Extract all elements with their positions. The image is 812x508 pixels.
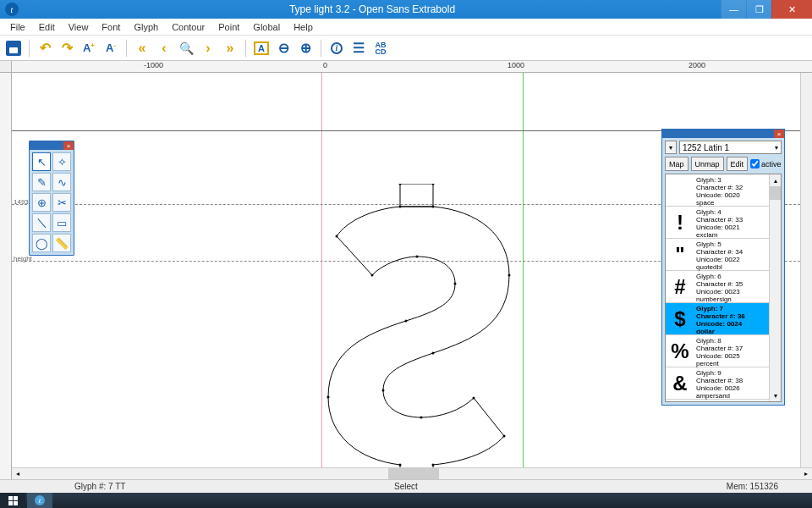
svg-point-0 — [399, 184, 402, 185]
glyph-preview: ! — [666, 207, 694, 238]
scroll-right-button[interactable]: ▸ — [800, 468, 812, 479]
glyph-list-item[interactable]: %Glyph: 8Character #: 37Unicode: 0025per… — [666, 335, 781, 367]
glyph-preview: % — [666, 335, 694, 367]
svg-rect-22 — [8, 501, 13, 505]
last-button[interactable]: » — [220, 38, 240, 58]
glyph-info: Glyph: 5Character #: 34Unicode: 0022quot… — [694, 239, 781, 270]
start-button[interactable] — [0, 493, 25, 508]
tool-node-select[interactable]: ✧ — [52, 152, 71, 171]
toolbox-close-button[interactable]: × — [63, 141, 74, 150]
canvas-h-scrollbar[interactable]: ◂ ▸ — [12, 467, 812, 479]
menu-edit[interactable]: Edit — [32, 20, 62, 34]
unmap-button[interactable]: Unmap — [691, 157, 724, 171]
redo-button[interactable]: ↷ — [57, 38, 77, 58]
font-increase-button[interactable]: A+ — [79, 38, 99, 58]
find-button[interactable]: 🔍 — [176, 38, 196, 58]
glyph-preview: # — [666, 271, 694, 302]
tool-add-point[interactable]: ⊕ — [32, 193, 51, 212]
glyph-list-item[interactable]: !Glyph: 4Character #: 33Unicode: 0021exc… — [666, 207, 781, 239]
svg-rect-21 — [14, 496, 18, 500]
tool-rectangle[interactable]: ▭ — [52, 213, 71, 232]
map-button[interactable]: Map — [665, 157, 689, 171]
menu-file[interactable]: File — [3, 20, 32, 34]
tool-pen-corner[interactable]: ✎ — [32, 173, 51, 191]
tool-line[interactable]: ＼ — [32, 213, 51, 232]
menu-view[interactable]: View — [62, 20, 96, 34]
glyph-list-item[interactable]: #Glyph: 6Character #: 35Unicode: 0023num… — [666, 271, 781, 303]
menu-glyph[interactable]: Glyph — [127, 20, 165, 34]
separator — [126, 40, 127, 57]
scroll-left-button[interactable]: ◂ — [12, 468, 24, 479]
undo-button[interactable]: ↶ — [35, 38, 55, 58]
scroll-thumb[interactable] — [388, 468, 439, 479]
glyph-panel-header[interactable]: × — [662, 130, 784, 138]
first-button[interactable]: « — [132, 38, 152, 58]
work-area: -1000 0 1000 2000 1493 height × — [0, 61, 812, 479]
ruler-tick: -1000 — [144, 61, 163, 69]
menu-contour[interactable]: Contour — [165, 20, 211, 34]
active-checkbox-input[interactable] — [750, 159, 760, 168]
next-icon: › — [206, 41, 210, 56]
scroll-track[interactable] — [24, 468, 800, 479]
edit-button[interactable]: Edit — [727, 157, 749, 171]
menu-help[interactable]: Help — [287, 20, 320, 34]
save-icon — [6, 41, 21, 56]
svg-rect-20 — [8, 496, 13, 500]
separator — [29, 40, 30, 57]
tool-ellipse[interactable]: ◯ — [32, 234, 51, 252]
menu-font[interactable]: Font — [95, 20, 127, 34]
scroll-down-button[interactable]: ▾ — [770, 389, 781, 401]
svg-point-2 — [399, 206, 402, 208]
status-glyph: Glyph #: 7 TT — [68, 482, 132, 491]
toolbox-header[interactable]: × — [30, 141, 74, 150]
next-button[interactable]: › — [198, 38, 218, 58]
encoding-prev-button[interactable]: ▾ — [665, 141, 677, 154]
ruler-tick: 0 — [323, 61, 327, 69]
glyph-list-item[interactable]: $Glyph: 7Character #: 36Unicode: 0024dol… — [666, 303, 781, 335]
svg-point-6 — [416, 256, 419, 258]
glyph-preview — [666, 174, 694, 206]
glyph-list-item[interactable]: Glyph: 3Character #: 32Unicode: 0020spac… — [666, 174, 781, 207]
tool-ruler[interactable]: 📏 — [52, 234, 71, 252]
ruler-horizontal: -1000 0 1000 2000 — [0, 61, 812, 73]
menu-point[interactable]: Point — [211, 20, 246, 34]
grid-button[interactable]: ABCD — [370, 38, 391, 58]
glyph-outline[interactable] — [321, 184, 524, 479]
scroll-up-button[interactable]: ▴ — [770, 174, 781, 186]
glyph-preview: " — [666, 239, 694, 270]
chevron-down-icon: ▾ — [775, 144, 778, 152]
tool-remove-point[interactable]: ✂ — [52, 193, 71, 212]
svg-point-7 — [454, 283, 457, 285]
info-button[interactable]: i — [326, 38, 347, 58]
zoom-out-button[interactable]: ⊖ — [273, 38, 294, 58]
info-icon: i — [331, 42, 343, 54]
undo-icon: ↶ — [40, 40, 51, 56]
active-checkbox[interactable]: active — [750, 159, 782, 168]
scroll-thumb[interactable] — [770, 186, 781, 200]
tool-pointer[interactable]: ↖ — [32, 152, 51, 171]
minimize-button[interactable]: — — [721, 0, 746, 19]
toolbox-panel: × ↖ ✧ ✎ ∿ ⊕ ✂ ＼ ▭ ◯ 📏 — [29, 141, 74, 256]
zoom-in-button[interactable]: ⊕ — [295, 38, 315, 58]
canvas-v-scrollbar[interactable] — [800, 73, 812, 467]
maximize-button[interactable]: ❐ — [746, 0, 771, 19]
prev-button[interactable]: ‹ — [154, 38, 174, 58]
ruler-tick: 2000 — [689, 61, 705, 69]
menu-global[interactable]: Global — [246, 20, 287, 34]
glyph-list-item[interactable]: "Glyph: 5Character #: 34Unicode: 0022quo… — [666, 239, 781, 271]
glyph-panel-close-button[interactable]: × — [774, 130, 784, 138]
glyph-list-item[interactable]: &Glyph: 9Character #: 38Unicode: 0026amp… — [666, 367, 781, 400]
save-button[interactable] — [3, 38, 24, 58]
tool-pen-curve[interactable]: ∿ — [52, 173, 71, 191]
preview-button[interactable]: A — [251, 38, 272, 58]
list-button[interactable]: ☰ — [348, 38, 369, 58]
svg-point-15 — [473, 397, 475, 400]
close-button[interactable]: ✕ — [771, 0, 812, 19]
menu-bar: File Edit View Font Glyph Contour Point … — [0, 19, 812, 36]
encoding-select[interactable]: 1252 Latin 1 ▾ — [679, 141, 782, 154]
glyph-info: Glyph: 9Character #: 38Unicode: 0026ampe… — [694, 367, 781, 399]
font-decrease-button[interactable]: A- — [101, 38, 121, 58]
glyph-list-scrollbar[interactable]: ▴ ▾ — [769, 174, 781, 401]
taskbar-app[interactable]: t — [27, 493, 52, 508]
glyph-info: Glyph: 7Character #: 36Unicode: 0024doll… — [694, 303, 781, 334]
